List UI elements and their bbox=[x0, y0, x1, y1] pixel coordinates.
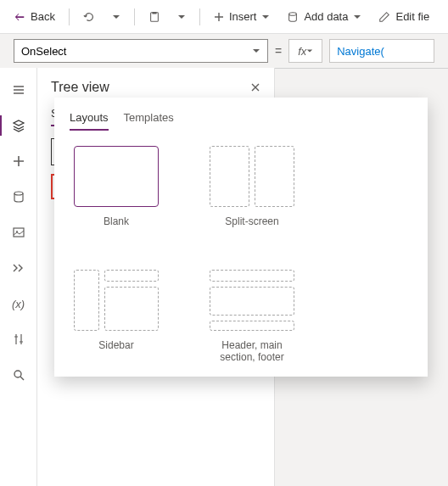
back-arrow-icon bbox=[14, 11, 25, 23]
layout-label: Header, main section, footer bbox=[205, 339, 299, 363]
property-select[interactable]: OnSelect bbox=[14, 39, 268, 63]
rail-hamburger[interactable] bbox=[8, 80, 29, 100]
edit-fields-button[interactable]: Edit fie bbox=[372, 7, 436, 26]
back-label: Back bbox=[31, 10, 55, 23]
rail-tools[interactable] bbox=[8, 329, 29, 349]
layout-label: Split-screen bbox=[205, 215, 299, 227]
tree-title: Tree view bbox=[51, 80, 109, 95]
layers-icon bbox=[12, 119, 25, 132]
rail-variables[interactable]: (x) bbox=[8, 293, 29, 314]
formula-text: Navigate( bbox=[337, 45, 384, 58]
property-value: OnSelect bbox=[21, 45, 66, 58]
undo-button[interactable] bbox=[76, 8, 102, 26]
flow-icon bbox=[12, 261, 25, 275]
undo-icon bbox=[83, 11, 95, 23]
popup-tab-layouts[interactable]: Layouts bbox=[70, 111, 109, 131]
layout-preview-header bbox=[210, 270, 294, 331]
undo-dropdown[interactable] bbox=[105, 9, 127, 25]
paste-dropdown[interactable] bbox=[171, 9, 193, 25]
insert-button[interactable]: Insert bbox=[207, 7, 277, 26]
rail-search[interactable] bbox=[8, 365, 29, 385]
top-toolbar: Back Insert Add data Edit fie bbox=[0, 0, 448, 34]
edit-fields-label: Edit fie bbox=[395, 10, 429, 23]
left-rail: (x) bbox=[0, 68, 37, 486]
paste-button[interactable] bbox=[142, 8, 167, 26]
popup-tabs: Layouts Templates bbox=[70, 111, 412, 131]
back-button[interactable]: Back bbox=[7, 7, 62, 26]
rail-tree-view[interactable] bbox=[8, 115, 29, 136]
layout-label: Blank bbox=[70, 215, 163, 227]
plus-icon bbox=[214, 12, 224, 22]
insert-label: Insert bbox=[229, 10, 257, 23]
clipboard-icon bbox=[148, 11, 160, 23]
layout-grid: Blank Split-screen Sidebar Header, mai bbox=[70, 146, 412, 363]
hamburger-icon bbox=[12, 83, 25, 97]
equals-sign: = bbox=[275, 44, 282, 58]
formula-input[interactable]: Navigate( bbox=[329, 39, 434, 63]
svg-point-2 bbox=[289, 12, 297, 15]
svg-rect-1 bbox=[152, 11, 156, 14]
layout-preview-split bbox=[210, 146, 294, 207]
add-data-label: Add data bbox=[304, 10, 348, 23]
chevron-down-icon bbox=[306, 47, 313, 54]
pencil-icon bbox=[378, 11, 390, 23]
add-data-button[interactable]: Add data bbox=[280, 7, 368, 26]
variable-icon: (x) bbox=[12, 298, 25, 310]
layout-split-screen[interactable]: Split-screen bbox=[205, 146, 299, 227]
rail-insert[interactable] bbox=[8, 151, 29, 171]
separator bbox=[199, 8, 200, 25]
chevron-down-icon bbox=[252, 47, 260, 55]
database-icon bbox=[12, 190, 25, 204]
formula-bar: OnSelect = fx Navigate( bbox=[0, 34, 448, 68]
layout-preview-blank bbox=[74, 146, 159, 207]
separator bbox=[134, 8, 135, 25]
close-icon bbox=[250, 82, 260, 92]
layout-sidebar[interactable]: Sidebar bbox=[70, 270, 163, 363]
layout-preview-sidebar bbox=[74, 270, 159, 331]
fx-button[interactable]: fx bbox=[288, 39, 322, 63]
layout-label: Sidebar bbox=[70, 339, 163, 351]
chevron-down-icon bbox=[177, 13, 186, 21]
chevron-down-icon bbox=[353, 13, 361, 21]
svg-point-6 bbox=[14, 371, 21, 377]
layout-header-footer[interactable]: Header, main section, footer bbox=[205, 270, 299, 363]
chevron-down-icon bbox=[261, 13, 270, 21]
separator bbox=[69, 8, 70, 25]
chevron-down-icon bbox=[112, 13, 120, 21]
rail-media[interactable] bbox=[8, 222, 29, 243]
rail-flows[interactable] bbox=[8, 258, 29, 278]
layout-blank[interactable]: Blank bbox=[70, 146, 163, 227]
tools-icon bbox=[12, 332, 25, 346]
rail-data[interactable] bbox=[8, 187, 29, 207]
media-icon bbox=[12, 226, 25, 239]
close-panel-button[interactable] bbox=[250, 82, 260, 92]
plus-icon bbox=[12, 154, 25, 168]
database-icon bbox=[287, 11, 299, 23]
svg-point-3 bbox=[14, 192, 23, 195]
search-icon bbox=[12, 368, 25, 382]
new-screen-popup: Layouts Templates Blank Split-screen Sid… bbox=[54, 98, 428, 377]
popup-tab-templates[interactable]: Templates bbox=[124, 111, 174, 131]
